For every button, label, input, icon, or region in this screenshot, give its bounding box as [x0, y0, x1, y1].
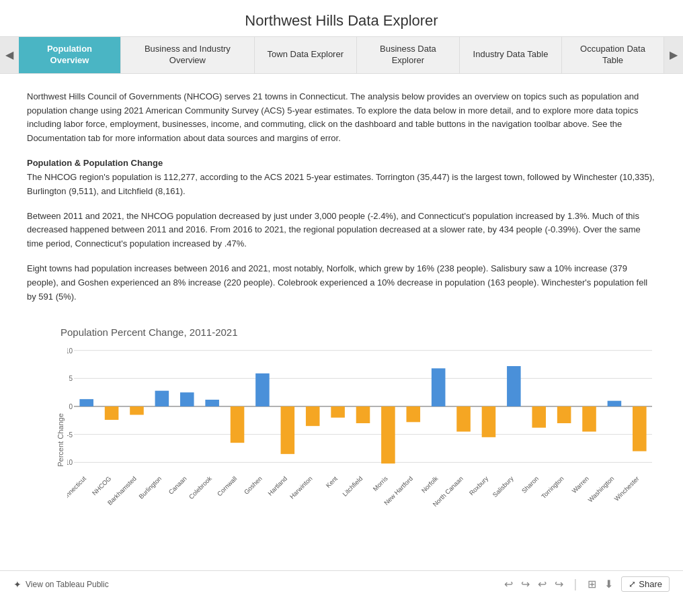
svg-text:NHCOG: NHCOG [91, 475, 113, 497]
svg-text:Hartland: Hartland [266, 475, 288, 497]
footer: ✦ View on Tableau Public ↩ ↪ ↩ ↪ | ⊞ ⬇ ⤢… [0, 570, 683, 597]
nav-bar: ◀ Population Overview Business and Indus… [0, 36, 683, 74]
svg-rect-28 [306, 406, 320, 426]
tableau-icon: ✦ [13, 579, 22, 590]
svg-rect-38 [432, 369, 446, 407]
svg-rect-46 [532, 406, 546, 428]
svg-text:Harwinton: Harwinton [288, 475, 314, 500]
svg-rect-10 [79, 400, 93, 407]
svg-rect-12 [105, 406, 119, 420]
svg-text:-10: -10 [67, 459, 73, 467]
svg-text:Connecticut: Connecticut [67, 475, 87, 504]
svg-rect-26 [281, 406, 295, 454]
svg-rect-42 [482, 406, 496, 437]
svg-text:Colebrook: Colebrook [188, 475, 214, 501]
svg-rect-36 [407, 406, 421, 422]
svg-text:Canaan: Canaan [167, 475, 188, 496]
svg-text:Washington: Washington [586, 475, 615, 504]
svg-text:Salisbury: Salisbury [491, 475, 515, 499]
tableau-label: View on Tableau Public [26, 580, 109, 589]
svg-text:Warren: Warren [570, 475, 590, 495]
share-button[interactable]: ⤢ Share [621, 576, 670, 592]
svg-text:Burlington: Burlington [137, 475, 163, 500]
chart-container: Population Percent Change, 2011-2021 Per… [27, 320, 656, 543]
tab-population[interactable]: Population Overview [19, 37, 121, 73]
tab-business-data[interactable]: Business Data Explorer [357, 37, 460, 73]
download-icon[interactable]: ⬇ [604, 578, 613, 590]
forward-icon[interactable]: ↪ [555, 578, 563, 590]
svg-text:-5: -5 [67, 431, 73, 439]
content-area: Northwest Hills Council of Governments (… [0, 74, 683, 558]
nav-next-button[interactable]: ▶ [664, 37, 683, 73]
svg-text:Roxbury: Roxbury [468, 475, 490, 497]
svg-rect-54 [633, 406, 647, 451]
tab-industry-table[interactable]: Industry Data Table [460, 37, 562, 73]
svg-text:10: 10 [67, 347, 73, 355]
svg-text:Goshen: Goshen [243, 475, 264, 496]
nav-prev-button[interactable]: ◀ [0, 37, 19, 73]
back-icon[interactable]: ↩ [538, 578, 547, 590]
svg-text:0: 0 [69, 403, 73, 410]
section1-para3: Eight towns had population increases bet… [27, 262, 656, 304]
svg-text:5: 5 [69, 376, 73, 383]
section1-heading: Population & Population Change [27, 158, 656, 168]
svg-text:Litchfield: Litchfield [341, 475, 364, 498]
svg-text:Kent: Kent [324, 475, 339, 490]
svg-text:Cornwall: Cornwall [216, 475, 239, 498]
page-title: Northwest Hills Data Explorer [0, 0, 683, 36]
intro-paragraph: Northwest Hills Council of Governments (… [27, 90, 656, 146]
redo-icon[interactable]: ↪ [521, 578, 530, 590]
svg-rect-24 [255, 373, 270, 406]
tab-occupation-table[interactable]: Occupation Data Table [562, 37, 664, 73]
svg-rect-20 [205, 400, 219, 406]
svg-text:Winchester: Winchester [612, 475, 640, 502]
tab-business-industry[interactable]: Business and Industry Overview [121, 37, 255, 73]
svg-rect-50 [582, 406, 596, 432]
y-axis-label: Percent Change [56, 414, 65, 468]
chart-area: 1050-5-10ConnecticutNHCOGBarkhamstedBurl… [67, 346, 659, 534]
svg-rect-52 [608, 401, 622, 406]
share-label: Share [639, 579, 662, 589]
svg-rect-18 [180, 393, 194, 407]
layout-icon[interactable]: ⊞ [588, 578, 596, 590]
svg-rect-16 [155, 391, 169, 406]
svg-rect-22 [231, 406, 245, 443]
footer-controls: ↩ ↪ ↩ ↪ | ⊞ ⬇ ⤢ Share [504, 576, 670, 592]
nav-tabs: Population Overview Business and Industr… [19, 37, 664, 73]
svg-rect-32 [356, 406, 370, 423]
undo-icon[interactable]: ↩ [504, 578, 513, 590]
svg-rect-14 [130, 406, 144, 415]
svg-rect-44 [507, 366, 521, 406]
chart-title: Population Percent Change, 2011-2021 [61, 326, 649, 338]
svg-rect-30 [331, 406, 345, 418]
section1-para1: The NHCOG region's population is 112,277… [27, 171, 656, 199]
svg-text:Torrington: Torrington [540, 475, 565, 500]
svg-text:Sharon: Sharon [520, 475, 540, 494]
svg-text:Morris: Morris [371, 475, 389, 493]
svg-rect-40 [456, 406, 471, 432]
section1-para2: Between 2011 and 2021, the NHCOG populat… [27, 210, 656, 251]
tab-town[interactable]: Town Data Explorer [255, 37, 357, 73]
share-icon: ⤢ [629, 579, 636, 589]
svg-rect-48 [557, 406, 571, 423]
svg-text:Norfolk: Norfolk [420, 475, 440, 494]
svg-rect-34 [381, 406, 395, 464]
tableau-link[interactable]: ✦ View on Tableau Public [13, 579, 109, 590]
